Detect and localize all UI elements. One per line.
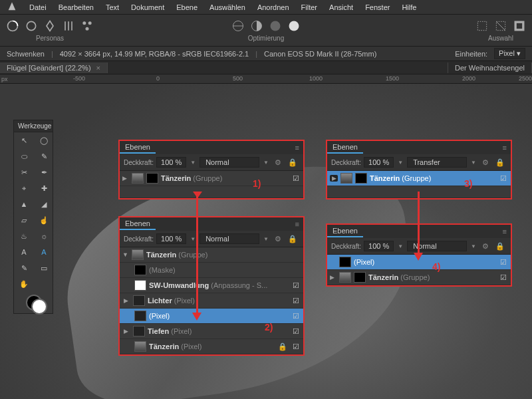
opacity-value[interactable]: 100 % bbox=[364, 157, 394, 168]
tab-weihnachtsengel[interactable]: Der Weihnachtsengel bbox=[448, 63, 532, 73]
layer-row-taenzerin-group[interactable]: ▶ Tänzerin (Gruppe) ☑ bbox=[120, 171, 303, 186]
eyedropper-tool-icon[interactable]: ✎ bbox=[14, 260, 34, 276]
burn-tool-icon[interactable]: ♨ bbox=[14, 228, 34, 244]
expand-arrow-icon[interactable]: ▶ bbox=[330, 274, 336, 281]
chevron-down-icon[interactable]: ▼ bbox=[262, 236, 270, 242]
chevron-down-icon[interactable]: ▼ bbox=[189, 160, 197, 166]
zoom-tool-icon[interactable] bbox=[34, 276, 54, 292]
blend-mode-dropdown[interactable]: Normal bbox=[407, 241, 467, 251]
opt-wb-icon[interactable] bbox=[287, 19, 301, 33]
menu-auswaehlen[interactable]: Auswählen bbox=[209, 3, 245, 11]
persona-tone-icon[interactable] bbox=[61, 19, 76, 33]
blend-mode-dropdown[interactable]: Normal bbox=[200, 233, 259, 244]
shape-tool-icon[interactable]: A bbox=[34, 244, 54, 260]
visibility-checkbox[interactable]: ☑ bbox=[291, 174, 301, 183]
opacity-value[interactable]: 100 % bbox=[156, 157, 186, 168]
lock-icon[interactable]: 🔒 bbox=[286, 235, 299, 243]
units-dropdown[interactable]: Pixel ▾ bbox=[494, 48, 525, 59]
gear-icon[interactable]: ⚙ bbox=[273, 235, 283, 243]
layers-tab[interactable]: Ebenen bbox=[327, 142, 363, 154]
chevron-down-icon[interactable]: ▼ bbox=[469, 160, 477, 166]
text-tool-icon[interactable]: A bbox=[14, 244, 34, 260]
visibility-checkbox[interactable]: ☑ bbox=[291, 281, 301, 290]
persona-photo-icon[interactable] bbox=[5, 19, 20, 33]
panel-menu-icon[interactable]: ≡ bbox=[499, 227, 511, 235]
layer-row-sw-umwandlung[interactable]: SW-Umwandlung (Anpassung - S... ☑ bbox=[120, 278, 303, 293]
expand-arrow-icon[interactable]: ▶ bbox=[122, 175, 129, 182]
layers-tab[interactable]: Ebenen bbox=[120, 142, 156, 154]
panel-menu-icon[interactable]: ≡ bbox=[291, 144, 303, 152]
menu-ansicht[interactable]: Ansicht bbox=[329, 3, 353, 11]
layer-row-pixel-selected[interactable]: (Pixel) ☑ bbox=[120, 309, 303, 324]
persona-develop-icon[interactable] bbox=[43, 19, 57, 33]
rect-tool-icon[interactable]: ▭ bbox=[34, 260, 54, 276]
tab-fluegel[interactable]: Flügel [Geändert] (22.2%) × bbox=[0, 63, 108, 73]
ellipse-select-icon[interactable]: ⬭ bbox=[14, 148, 34, 164]
opt-contrast-icon[interactable] bbox=[249, 19, 264, 33]
menu-fenster[interactable]: Fenster bbox=[365, 3, 390, 11]
smudge-tool-icon[interactable]: ☝ bbox=[34, 212, 54, 228]
selection-marquee-icon[interactable] bbox=[475, 19, 489, 33]
visibility-checkbox[interactable]: ☑ bbox=[291, 327, 301, 336]
opt-levels-icon[interactable] bbox=[231, 19, 245, 33]
fill-tool-icon[interactable]: ▲ bbox=[14, 196, 34, 212]
expand-arrow-icon[interactable]: ▶ bbox=[330, 175, 338, 182]
eraser-tool-icon[interactable]: ▱ bbox=[14, 212, 34, 228]
hand-tool-icon[interactable]: ✋ bbox=[14, 276, 34, 292]
chevron-down-icon[interactable]: ▼ bbox=[396, 160, 404, 166]
layer-row-taenzerin-group[interactable]: ▼ Tänzerin (Gruppe) bbox=[120, 247, 303, 263]
layer-row-lichter[interactable]: ▶ Lichter (Pixel) ☑ bbox=[120, 293, 303, 309]
color-swatch[interactable] bbox=[14, 292, 54, 313]
visibility-checkbox[interactable]: ☑ bbox=[499, 258, 508, 267]
pen-tool-icon[interactable]: ✒ bbox=[34, 164, 54, 180]
menu-ebene[interactable]: Ebene bbox=[176, 3, 198, 11]
dodge-tool-icon[interactable]: ☼ bbox=[34, 228, 54, 244]
gradient-tool-icon[interactable]: ◢ bbox=[34, 196, 54, 212]
move-tool-icon[interactable]: ↖ bbox=[14, 132, 34, 148]
layer-row-taenzerin-group[interactable]: ▶ Tänzerin (Gruppe) ☑ bbox=[327, 171, 511, 186]
opacity-value[interactable]: 100 % bbox=[156, 233, 186, 244]
visibility-checkbox[interactable]: ☑ bbox=[291, 297, 301, 305]
collapse-arrow-icon[interactable]: ▼ bbox=[122, 251, 129, 258]
selection-deselect-icon[interactable] bbox=[493, 19, 508, 33]
gear-icon[interactable]: ⚙ bbox=[273, 158, 283, 167]
menu-datei[interactable]: Datei bbox=[29, 3, 47, 11]
panel-menu-icon[interactable]: ≡ bbox=[291, 220, 303, 228]
expand-arrow-icon[interactable]: ▶ bbox=[124, 297, 130, 304]
close-icon[interactable]: × bbox=[96, 64, 100, 72]
menu-bearbeiten[interactable]: Bearbeiten bbox=[59, 3, 94, 11]
persona-liquify-icon[interactable] bbox=[24, 19, 39, 33]
menu-anordnen[interactable]: Anordnen bbox=[257, 3, 289, 11]
selection-invert-icon[interactable] bbox=[512, 19, 527, 33]
layer-row-tiefen[interactable]: ▶ Tiefen (Pixel) ☑ bbox=[120, 324, 303, 339]
persona-export-icon[interactable] bbox=[80, 19, 94, 33]
clone-tool-icon[interactable]: ⌖ bbox=[14, 180, 34, 196]
panel-menu-icon[interactable]: ≡ bbox=[499, 144, 511, 152]
crop-tool-icon[interactable]: ✂ bbox=[14, 164, 34, 180]
heal-tool-icon[interactable]: ✚ bbox=[34, 180, 54, 196]
lock-icon[interactable]: 🔒 bbox=[493, 158, 507, 167]
menu-filter[interactable]: Filter bbox=[301, 3, 317, 11]
lock-icon[interactable]: 🔒 bbox=[493, 242, 507, 251]
opacity-value[interactable]: 100 % bbox=[364, 241, 394, 251]
layer-row-taenzerin-group[interactable]: ▶ Tänzerin (Gruppe) ☑ bbox=[327, 270, 511, 285]
chevron-down-icon[interactable]: ▼ bbox=[396, 243, 404, 249]
menu-hilfe[interactable]: Hilfe bbox=[402, 3, 416, 11]
blend-mode-dropdown[interactable]: Transfer bbox=[407, 157, 467, 168]
visibility-checkbox[interactable]: ☑ bbox=[499, 273, 508, 282]
visibility-checkbox[interactable]: ☑ bbox=[291, 312, 301, 321]
layers-tab[interactable]: Ebenen bbox=[120, 218, 156, 230]
gear-icon[interactable]: ⚙ bbox=[480, 158, 491, 167]
chevron-down-icon[interactable]: ▼ bbox=[469, 243, 477, 249]
menu-dokument[interactable]: Dokument bbox=[131, 3, 164, 11]
lock-icon[interactable]: 🔒 bbox=[286, 158, 299, 167]
expand-arrow-icon[interactable]: ▶ bbox=[124, 328, 130, 334]
layer-row-maske[interactable]: (Maske) bbox=[120, 263, 303, 278]
opt-clarity-icon[interactable] bbox=[268, 19, 283, 33]
menu-text[interactable]: Text bbox=[106, 3, 119, 11]
gear-icon[interactable]: ⚙ bbox=[480, 242, 491, 251]
layer-row-taenzerin-pixel[interactable]: Tänzerin (Pixel) 🔒 ☑ bbox=[120, 339, 303, 354]
brush-tool-icon[interactable]: ✎ bbox=[34, 148, 54, 164]
layers-tab[interactable]: Ebenen bbox=[327, 225, 363, 237]
visibility-checkbox[interactable]: ☑ bbox=[499, 174, 508, 183]
